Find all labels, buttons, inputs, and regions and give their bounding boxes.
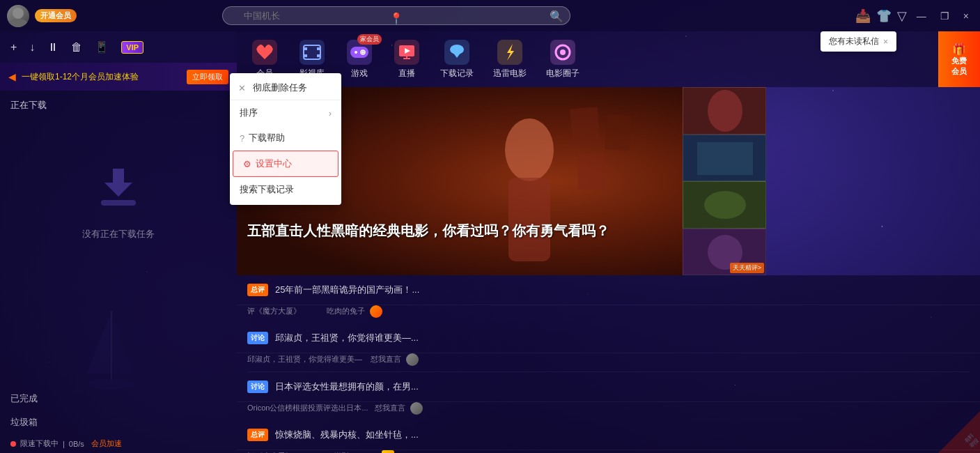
svg-point-35: [505, 118, 554, 181]
nav-item-downloads[interactable]: 下载记录: [440, 40, 474, 79]
nav-item-game[interactable]: 家会员 游戏: [345, 40, 373, 79]
vip-badge[interactable]: 开通会员: [35, 9, 77, 22]
speed-value: |: [63, 440, 65, 448]
speed-limit-text: 限速下载中: [20, 438, 59, 449]
content-area: 热门讨论 / 05 DEC 五部直击人性黑暗的经典电影，你看过吗？你有勇气看吗？: [237, 87, 980, 453]
location-pin: 📍: [389, 12, 403, 25]
article-row-2[interactable]: 讨论 邱淑贞，王祖贤，你觉得谁更美—...: [237, 323, 980, 353]
game-icon: 家会员: [345, 40, 373, 65]
thunder-icon: [496, 40, 524, 65]
hero-thumb-4[interactable]: 天天精评>: [683, 229, 766, 276]
download-empty-icon: [91, 162, 146, 217]
banner-claim-button[interactable]: 立即领取: [187, 70, 228, 84]
menu-search-item[interactable]: 搜索下载记录: [230, 177, 341, 202]
pause-button[interactable]: ⏸: [47, 41, 59, 54]
vip-heart-icon: [251, 40, 279, 65]
menu-close-icon[interactable]: ✕: [238, 83, 246, 93]
notification-text: 您有未读私信: [829, 36, 879, 47]
avatar: [7, 5, 29, 27]
empty-state: 没有正在下载任务: [0, 120, 237, 268]
delete-button[interactable]: 🗑: [71, 41, 82, 54]
nav-item-circle[interactable]: 电影圈子: [546, 40, 580, 79]
svg-rect-39: [577, 153, 605, 190]
add-button[interactable]: +: [10, 41, 17, 54]
menu-search-label: 搜索下载记录: [240, 183, 294, 196]
shirt-icon: 👕: [876, 8, 892, 24]
banner-arrow-icon: ◀: [8, 71, 16, 82]
nav-item-live[interactable]: 直播: [393, 40, 421, 79]
nav-live-label: 直播: [398, 68, 415, 79]
nav-item-thunder[interactable]: 迅雷电影: [493, 40, 527, 79]
svg-point-33: [560, 49, 566, 55]
search-bar[interactable]: 📍 🔍: [222, 6, 570, 25]
titlebar-right: 📥 👕 ▽ — ❐ ×: [855, 8, 973, 24]
article-row-1[interactable]: 总评 25年前一部黑暗诡异的国产动画！...: [237, 275, 980, 305]
svg-rect-11: [304, 47, 307, 50]
svg-point-17: [355, 51, 357, 54]
article-row-3[interactable]: 讨论 日本评选女性最想拥有的颜，在男...: [237, 372, 980, 402]
hero-title: 五部直击人性黑暗的经典电影，你看过吗？你有勇气看吗？: [247, 221, 756, 240]
menu-header-text: 彻底删除任务: [253, 82, 307, 94]
svg-marker-7: [104, 169, 132, 197]
completed-item[interactable]: 已完成: [0, 387, 237, 410]
article-row-4[interactable]: 总评 惊悚烧脑、残暴内核、如坐针毡，...: [237, 420, 980, 450]
free-badge-line1: 免费: [951, 56, 967, 66]
hero-thumb-1[interactable]: [683, 87, 766, 135]
minimize-button[interactable]: —: [912, 9, 931, 23]
speed-dot-icon: [10, 441, 16, 447]
empty-text: 没有正在下载任务: [82, 228, 155, 240]
cloud-download-icon: [443, 40, 471, 65]
phone-button[interactable]: 📱: [95, 40, 109, 54]
speed-bar: 限速下载中 | 0B/s 会员加速: [0, 434, 237, 453]
svg-rect-13: [317, 47, 320, 50]
svg-point-4: [13, 8, 24, 19]
nav-game-label: 游戏: [351, 68, 368, 79]
article-title-3: 日本评选女性最想拥有的颜，在男...: [275, 381, 970, 393]
svg-point-5: [8, 19, 28, 27]
svg-rect-14: [317, 54, 320, 57]
free-badge-line2: 会员: [951, 66, 967, 77]
hero-thumb-2[interactable]: [683, 135, 766, 182]
notification-close-button[interactable]: ×: [883, 37, 888, 47]
article-sub-2: 邱淑贞，王祖贤，你觉得谁更美— 怼我直言: [237, 353, 980, 371]
menu-help-item[interactable]: ? 下载帮助: [230, 125, 341, 151]
svg-point-41: [708, 90, 742, 132]
search-icon: 🔍: [550, 9, 563, 22]
live-icon: [393, 40, 421, 65]
free-member-badge[interactable]: 🎁 免费 会员: [938, 31, 980, 87]
main-content: 热门讨论 / 05 DEC 五部直击人性黑暗的经典电影，你看过吗？你有勇气看吗？: [237, 87, 980, 453]
gift-icon: ▽: [897, 8, 907, 24]
hero-thumb-3[interactable]: [683, 181, 766, 229]
article-tag-4: 总评: [247, 429, 268, 441]
vip-speed-label[interactable]: 会员加速: [91, 438, 122, 449]
context-menu: ✕ 彻底删除任务 排序 › ? 下载帮助 ⚙ 设置中心 搜索下载记录: [230, 73, 341, 205]
downloads-icon: 📥: [855, 8, 871, 24]
hero-thumb-label[interactable]: 天天精评>: [730, 263, 764, 273]
trash-item[interactable]: 垃圾箱: [0, 410, 237, 434]
notification-popup: 您有未读私信 ×: [820, 31, 896, 52]
menu-sort-item[interactable]: 排序 ›: [230, 100, 341, 125]
vip-tag[interactable]: VIP: [121, 41, 143, 54]
article-tag-3: 讨论: [247, 381, 268, 393]
close-button[interactable]: ×: [959, 9, 973, 23]
svg-rect-36: [508, 178, 550, 261]
menu-help-label: 下载帮助: [249, 132, 285, 144]
downloading-header: 正在下载: [0, 91, 237, 120]
menu-settings-label: 设置中心: [256, 158, 292, 170]
restore-button[interactable]: ❐: [936, 9, 954, 23]
article-tag-2: 讨论: [247, 332, 268, 344]
download-button[interactable]: ↓: [29, 41, 35, 54]
menu-sort-label: 排序: [240, 107, 258, 119]
promo-banner: ◀ 一键领取1-12个月会员加速体验 立即领取: [0, 63, 237, 91]
nav-circle-label: 电影圈子: [546, 68, 580, 79]
svg-rect-37: [570, 107, 601, 147]
svg-rect-25: [406, 56, 407, 59]
svg-rect-6: [101, 200, 136, 206]
svg-rect-38: [605, 114, 632, 151]
menu-settings-item[interactable]: ⚙ 设置中心: [233, 151, 339, 177]
article-sub-3: Oricon公信榜根据投票评选出日本... 怼我直言: [237, 402, 980, 420]
nav-downloads-label: 下载记录: [440, 68, 474, 79]
toolbar: + ↓ ⏸ 🗑 📱 VIP: [0, 31, 237, 63]
article-title-4: 惊悚烧脑、残暴内核、如坐针毡，...: [275, 429, 970, 441]
help-circle-icon: ?: [240, 133, 244, 144]
